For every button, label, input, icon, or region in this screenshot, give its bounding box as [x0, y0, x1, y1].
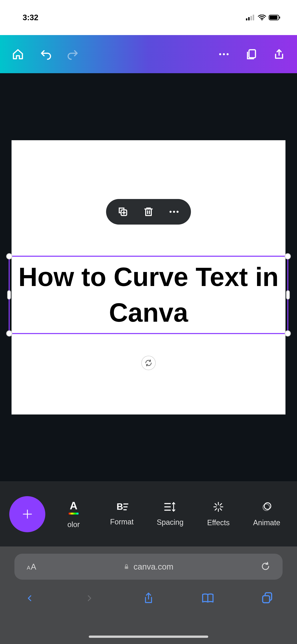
design-canvas[interactable]: How to Curve Text in Canva — [11, 140, 286, 414]
reload-icon — [261, 562, 270, 571]
tool-label-animate: Animate — [253, 518, 280, 527]
pages-icon — [246, 48, 258, 60]
browser-forward-button — [81, 591, 97, 606]
animate-icon — [261, 501, 273, 513]
share-icon — [273, 48, 285, 60]
sparkle-icon — [213, 501, 224, 513]
tool-bar: A olor B Format Spacing — [0, 482, 297, 546]
home-icon — [12, 48, 24, 60]
share-button[interactable] — [273, 48, 286, 61]
svg-rect-1 — [248, 17, 250, 20]
redo-icon — [67, 48, 79, 60]
browser-share-button[interactable] — [140, 591, 157, 606]
plus-icon — [21, 508, 33, 520]
browser-bookmarks-button[interactable] — [200, 591, 216, 606]
svg-rect-33 — [125, 566, 128, 569]
text-size-toggle[interactable]: AA — [27, 562, 36, 572]
dots-horizontal-icon — [168, 210, 180, 213]
svg-point-15 — [177, 211, 179, 213]
svg-point-32 — [263, 504, 270, 510]
resize-handle-bottom-right[interactable] — [285, 330, 291, 336]
color-tool[interactable]: A olor — [58, 500, 89, 529]
status-bar: 3:32 — [0, 0, 297, 35]
svg-point-9 — [223, 53, 225, 55]
tool-label-spacing: Spacing — [157, 518, 184, 527]
trash-icon — [143, 206, 154, 217]
url-text: canva.com — [133, 562, 173, 572]
tool-label-color: olor — [67, 520, 80, 529]
svg-rect-0 — [246, 18, 247, 20]
color-swatch-icon — [69, 513, 78, 514]
svg-point-8 — [219, 53, 221, 55]
tool-label-format: Format — [110, 518, 134, 526]
svg-text:B: B — [117, 502, 123, 512]
home-button[interactable] — [11, 48, 24, 61]
chevron-right-icon — [85, 592, 93, 604]
svg-line-28 — [220, 508, 222, 510]
more-menu-button[interactable] — [217, 48, 231, 61]
status-indicators — [246, 15, 281, 20]
chevron-left-icon — [26, 592, 33, 604]
cellular-signal-icon — [246, 15, 255, 20]
rotate-handle[interactable] — [141, 356, 156, 370]
floating-toolbar — [106, 199, 191, 224]
add-button[interactable] — [9, 496, 45, 532]
spacing-icon — [164, 502, 177, 512]
reload-button[interactable] — [261, 562, 270, 572]
svg-point-4 — [261, 19, 263, 20]
duplicate-button[interactable] — [117, 206, 129, 217]
svg-point-13 — [170, 211, 172, 213]
svg-rect-3 — [253, 15, 254, 20]
effects-tool[interactable]: Effects — [203, 501, 234, 527]
canvas-area: How to Curve Text in Canva — [0, 73, 297, 482]
svg-rect-2 — [251, 16, 252, 20]
status-time: 3:32 — [23, 13, 38, 22]
browser-back-button[interactable] — [22, 591, 38, 606]
more-options-button[interactable] — [168, 210, 180, 213]
tool-label-effects: Effects — [207, 518, 230, 527]
color-letter-icon: A — [70, 500, 77, 512]
spacing-tool[interactable]: Spacing — [155, 502, 186, 527]
svg-line-27 — [215, 504, 217, 505]
svg-line-30 — [215, 508, 217, 510]
redo-button[interactable] — [66, 48, 80, 61]
resize-handle-right[interactable] — [286, 290, 290, 300]
browser-controls: AA canva.com — [0, 546, 297, 644]
svg-rect-34 — [263, 596, 270, 603]
svg-point-14 — [173, 211, 175, 213]
format-icon: B — [116, 502, 128, 512]
svg-line-29 — [220, 504, 222, 505]
resize-handle-top-right[interactable] — [285, 253, 291, 260]
duplicate-icon — [117, 206, 129, 217]
book-icon — [201, 592, 214, 604]
resize-handle-left[interactable] — [7, 290, 11, 300]
format-tool[interactable]: B Format — [106, 502, 137, 526]
svg-rect-6 — [270, 16, 278, 20]
svg-point-10 — [227, 53, 229, 55]
delete-button[interactable] — [143, 206, 154, 217]
wifi-icon — [258, 15, 266, 20]
resize-handle-bottom-left[interactable] — [6, 330, 12, 336]
rotate-icon — [144, 359, 153, 367]
selected-text-box[interactable]: How to Curve Text in Canva — [9, 256, 288, 334]
home-indicator[interactable] — [89, 636, 208, 638]
share-up-icon — [143, 592, 154, 605]
svg-rect-7 — [279, 16, 280, 18]
canvas-text-content[interactable]: How to Curve Text in Canva — [10, 259, 287, 330]
tabs-icon — [261, 592, 273, 604]
undo-button[interactable] — [39, 48, 52, 61]
battery-icon — [269, 15, 281, 20]
app-header — [0, 35, 297, 73]
undo-icon — [39, 48, 51, 60]
dots-horizontal-icon — [218, 52, 230, 56]
pages-button[interactable] — [245, 48, 258, 61]
address-bar[interactable]: AA canva.com — [14, 554, 283, 580]
svg-rect-11 — [249, 50, 255, 58]
resize-handle-top-left[interactable] — [6, 253, 12, 260]
animate-tool[interactable]: Animate — [251, 501, 282, 527]
lock-icon — [124, 563, 129, 570]
browser-tabs-button[interactable] — [259, 591, 275, 606]
